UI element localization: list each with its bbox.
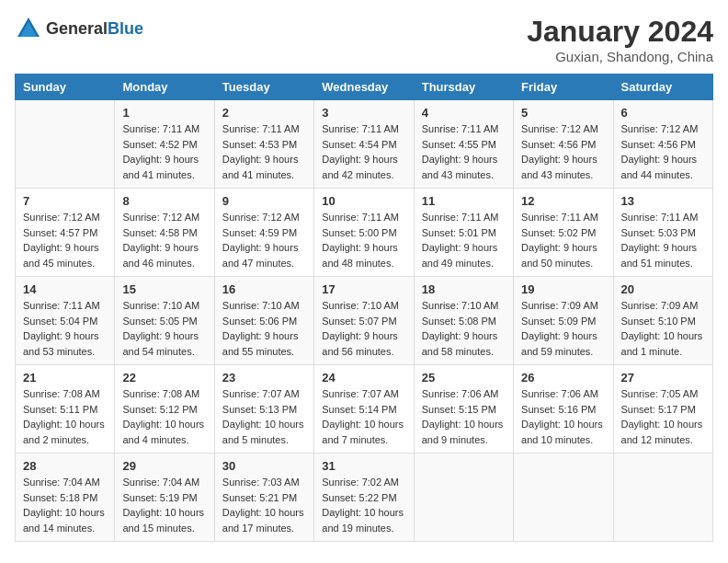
page-header: GeneralBlue January 2024 Guxian, Shandon… — [15, 15, 713, 64]
day-info: Sunrise: 7:12 AMSunset: 4:56 PMDaylight:… — [621, 121, 705, 182]
day-info: Sunrise: 7:12 AMSunset: 4:58 PMDaylight:… — [122, 210, 206, 270]
daylight-text: Daylight: 10 hours and 7 minutes. — [322, 419, 404, 445]
logo-text: GeneralBlue — [46, 19, 143, 39]
sunrise-text: Sunrise: 7:11 AM — [222, 123, 300, 134]
daylight-text: Daylight: 9 hours and 45 minutes. — [23, 242, 99, 269]
day-info: Sunrise: 7:09 AMSunset: 5:10 PMDaylight:… — [621, 298, 705, 359]
calendar-cell: 28Sunrise: 7:04 AMSunset: 5:18 PMDayligh… — [16, 454, 115, 542]
sunset-text: Sunset: 5:08 PM — [422, 316, 496, 327]
sunset-text: Sunset: 5:06 PM — [222, 316, 297, 327]
calendar-cell — [613, 454, 712, 542]
calendar-cell: 4Sunrise: 7:11 AMSunset: 4:55 PMDaylight… — [414, 100, 513, 189]
day-number: 12 — [521, 194, 605, 208]
day-number: 29 — [122, 459, 206, 473]
day-number: 15 — [122, 282, 206, 296]
daylight-text: Daylight: 9 hours and 47 minutes. — [222, 242, 299, 269]
day-of-week-header: Saturday — [613, 75, 712, 100]
sunrise-text: Sunrise: 7:12 AM — [621, 123, 699, 134]
daylight-text: Daylight: 9 hours and 46 minutes. — [122, 242, 199, 269]
day-info: Sunrise: 7:07 AMSunset: 5:13 PMDaylight:… — [222, 386, 306, 447]
calendar-cell: 15Sunrise: 7:10 AMSunset: 5:05 PMDayligh… — [115, 277, 214, 365]
sunset-text: Sunset: 5:01 PM — [422, 227, 496, 238]
day-of-week-header: Monday — [115, 75, 214, 100]
day-number: 30 — [222, 459, 306, 473]
sunset-text: Sunset: 5:22 PM — [322, 492, 396, 503]
daylight-text: Daylight: 10 hours and 15 minutes. — [122, 507, 204, 534]
sunrise-text: Sunrise: 7:04 AM — [122, 477, 199, 488]
sunset-text: Sunset: 5:12 PM — [122, 404, 197, 415]
day-of-week-header: Tuesday — [214, 75, 313, 100]
subtitle: Guxian, Shandong, China — [527, 49, 713, 64]
sunrise-text: Sunrise: 7:07 AM — [222, 388, 300, 399]
sunrise-text: Sunrise: 7:02 AM — [322, 477, 399, 488]
sunrise-text: Sunrise: 7:05 AM — [621, 388, 699, 399]
daylight-text: Daylight: 9 hours and 54 minutes. — [122, 330, 199, 357]
sunset-text: Sunset: 4:54 PM — [322, 139, 396, 150]
day-number: 26 — [521, 371, 605, 385]
day-info: Sunrise: 7:12 AMSunset: 4:57 PMDaylight:… — [23, 210, 107, 270]
logo-blue: Blue — [108, 19, 143, 38]
sunset-text: Sunset: 4:56 PM — [521, 139, 596, 150]
calendar-cell: 24Sunrise: 7:07 AMSunset: 5:14 PMDayligh… — [314, 365, 414, 454]
calendar-cell: 10Sunrise: 7:11 AMSunset: 5:00 PMDayligh… — [314, 189, 414, 277]
day-number: 18 — [422, 282, 506, 296]
sunrise-text: Sunrise: 7:08 AM — [122, 388, 199, 399]
calendar-week-row: 1Sunrise: 7:11 AMSunset: 4:52 PMDaylight… — [16, 100, 713, 189]
calendar-cell: 26Sunrise: 7:06 AMSunset: 5:16 PMDayligh… — [514, 365, 613, 454]
sunset-text: Sunset: 4:57 PM — [23, 227, 97, 238]
title-block: January 2024 Guxian, Shandong, China — [527, 15, 713, 64]
calendar-cell: 30Sunrise: 7:03 AMSunset: 5:21 PMDayligh… — [214, 454, 313, 542]
daylight-text: Daylight: 9 hours and 51 minutes. — [621, 242, 698, 269]
daylight-text: Daylight: 9 hours and 42 minutes. — [322, 154, 398, 180]
day-info: Sunrise: 7:10 AMSunset: 5:08 PMDaylight:… — [422, 298, 506, 359]
day-number: 19 — [521, 282, 605, 296]
daylight-text: Daylight: 10 hours and 9 minutes. — [422, 419, 504, 445]
calendar-cell: 8Sunrise: 7:12 AMSunset: 4:58 PMDaylight… — [115, 189, 214, 277]
day-number: 14 — [23, 282, 107, 296]
day-number: 9 — [222, 194, 306, 208]
daylight-text: Daylight: 9 hours and 55 minutes. — [222, 330, 299, 357]
sunrise-text: Sunrise: 7:10 AM — [322, 300, 399, 311]
sunset-text: Sunset: 5:19 PM — [122, 492, 197, 503]
calendar-cell: 27Sunrise: 7:05 AMSunset: 5:17 PMDayligh… — [613, 365, 712, 454]
daylight-text: Daylight: 9 hours and 59 minutes. — [521, 330, 597, 357]
calendar-cell: 21Sunrise: 7:08 AMSunset: 5:11 PMDayligh… — [16, 365, 115, 454]
day-number: 5 — [521, 106, 605, 120]
sunrise-text: Sunrise: 7:12 AM — [222, 212, 300, 223]
daylight-text: Daylight: 9 hours and 56 minutes. — [322, 330, 398, 357]
sunset-text: Sunset: 5:21 PM — [222, 492, 297, 503]
daylight-text: Daylight: 10 hours and 2 minutes. — [23, 419, 105, 445]
sunset-text: Sunset: 4:59 PM — [222, 227, 297, 238]
sunrise-text: Sunrise: 7:12 AM — [23, 212, 100, 223]
day-info: Sunrise: 7:11 AMSunset: 4:53 PMDaylight:… — [222, 121, 306, 182]
day-info: Sunrise: 7:11 AMSunset: 4:52 PMDaylight:… — [122, 121, 206, 182]
main-title: January 2024 — [527, 15, 713, 49]
day-number: 28 — [23, 459, 107, 473]
sunrise-text: Sunrise: 7:11 AM — [23, 300, 100, 311]
logo-general: General — [46, 19, 108, 38]
calendar-week-row: 14Sunrise: 7:11 AMSunset: 5:04 PMDayligh… — [16, 277, 713, 365]
sunset-text: Sunset: 5:14 PM — [322, 404, 396, 415]
daylight-text: Daylight: 10 hours and 5 minutes. — [222, 419, 304, 445]
sunset-text: Sunset: 5:13 PM — [222, 404, 297, 415]
sunset-text: Sunset: 5:02 PM — [521, 227, 596, 238]
sunset-text: Sunset: 5:16 PM — [521, 404, 596, 415]
sunset-text: Sunset: 5:18 PM — [23, 492, 97, 503]
sunset-text: Sunset: 4:52 PM — [122, 139, 197, 150]
calendar-week-row: 7Sunrise: 7:12 AMSunset: 4:57 PMDaylight… — [16, 189, 713, 277]
day-info: Sunrise: 7:04 AMSunset: 5:19 PMDaylight:… — [122, 475, 206, 535]
daylight-text: Daylight: 9 hours and 43 minutes. — [422, 154, 498, 180]
calendar-header-row: SundayMondayTuesdayWednesdayThursdayFrid… — [16, 75, 713, 100]
sunrise-text: Sunrise: 7:11 AM — [621, 212, 699, 223]
daylight-text: Daylight: 9 hours and 48 minutes. — [322, 242, 398, 269]
sunset-text: Sunset: 5:03 PM — [621, 227, 696, 238]
daylight-text: Daylight: 9 hours and 41 minutes. — [222, 154, 299, 180]
calendar-table: SundayMondayTuesdayWednesdayThursdayFrid… — [15, 74, 713, 542]
calendar-cell: 1Sunrise: 7:11 AMSunset: 4:52 PMDaylight… — [115, 100, 214, 189]
calendar-cell: 31Sunrise: 7:02 AMSunset: 5:22 PMDayligh… — [314, 454, 414, 542]
calendar-cell: 12Sunrise: 7:11 AMSunset: 5:02 PMDayligh… — [514, 189, 613, 277]
day-number: 25 — [422, 371, 506, 385]
day-info: Sunrise: 7:11 AMSunset: 5:00 PMDaylight:… — [322, 210, 405, 270]
day-number: 24 — [322, 371, 405, 385]
sunset-text: Sunset: 5:11 PM — [23, 404, 97, 415]
